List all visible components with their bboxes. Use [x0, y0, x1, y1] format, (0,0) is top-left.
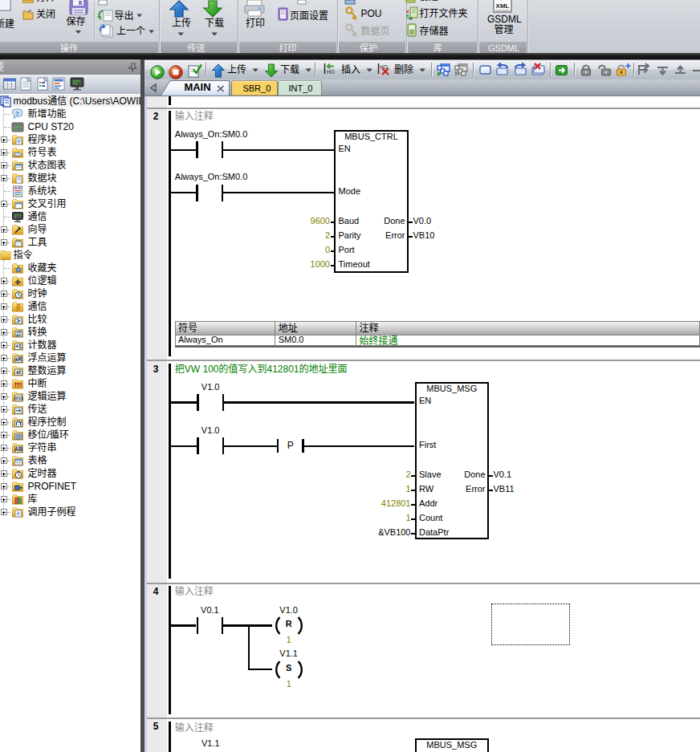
svg-text:HO: HO: [327, 69, 335, 75]
svg-text:XML: XML: [496, 2, 510, 10]
svg-text:1011: 1011: [14, 396, 23, 400]
svg-text:AB: AB: [14, 446, 22, 452]
svg-text:+1: +1: [15, 343, 22, 349]
svg-text:±R: ±R: [14, 356, 22, 362]
svg-text:±I: ±I: [16, 369, 21, 375]
svg-text:?: ?: [15, 110, 19, 117]
